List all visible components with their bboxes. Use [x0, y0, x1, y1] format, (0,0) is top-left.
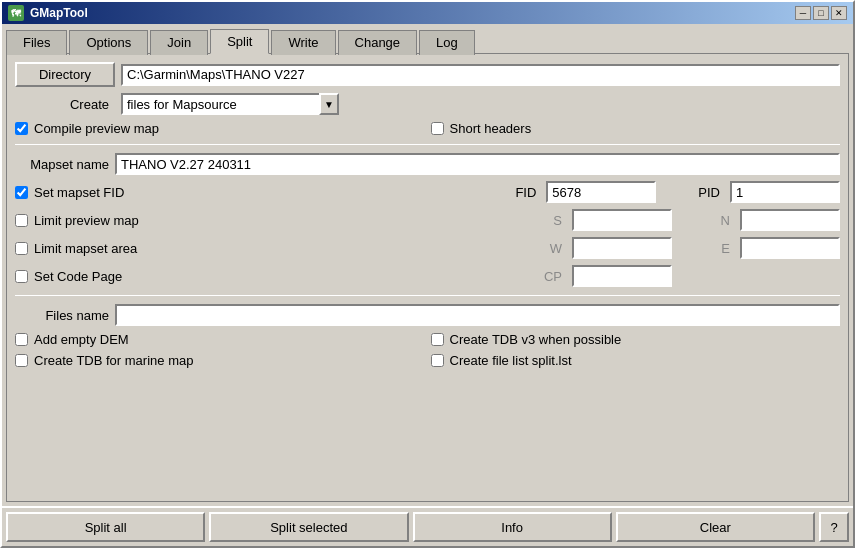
tab-change[interactable]: Change	[338, 30, 418, 55]
files-name-label: Files name	[15, 308, 115, 323]
divider-1	[15, 144, 840, 145]
e-label: E	[714, 241, 734, 256]
e-input[interactable]	[740, 237, 840, 259]
short-headers-checkbox[interactable]	[431, 122, 444, 135]
directory-path-input[interactable]	[121, 64, 840, 86]
tab-join[interactable]: Join	[150, 30, 208, 55]
directory-button[interactable]: Directory	[15, 62, 115, 87]
titlebar: 🗺 GMapTool ─ □ ✕	[2, 2, 853, 24]
mapset-name-label: Mapset name	[15, 157, 115, 172]
create-tdb-marine-label: Create TDB for marine map	[34, 353, 193, 368]
create-tdb-v3-checkbox[interactable]	[431, 333, 444, 346]
limit-preview-row: Limit preview map	[15, 213, 139, 228]
set-mapset-fid-checkbox[interactable]	[15, 186, 28, 199]
split-selected-button[interactable]: Split selected	[209, 512, 408, 542]
tab-files[interactable]: Files	[6, 30, 67, 55]
split-all-button[interactable]: Split all	[6, 512, 205, 542]
fid-pid-row: Set mapset FID FID PID	[15, 181, 840, 203]
fid-input[interactable]	[546, 181, 656, 203]
w-label: W	[546, 241, 566, 256]
content-area: Directory Create files for Mapsourcesing…	[6, 53, 849, 502]
s-label: S	[546, 213, 566, 228]
sn-row: Limit preview map S N	[15, 209, 840, 231]
bottom-checkboxes-row2: Create TDB for marine map Create file li…	[15, 353, 840, 368]
minimize-button[interactable]: ─	[795, 6, 811, 20]
files-name-input[interactable]	[115, 304, 840, 326]
close-button[interactable]: ✕	[831, 6, 847, 20]
create-file-list-label: Create file list split.lst	[450, 353, 572, 368]
n-label: N	[714, 213, 734, 228]
w-input[interactable]	[572, 237, 672, 259]
compile-preview-checkbox[interactable]	[15, 122, 28, 135]
directory-row: Directory	[15, 62, 840, 87]
cp-row: Set Code Page CP	[15, 265, 840, 287]
mapset-name-input[interactable]	[115, 153, 840, 175]
set-code-page-checkbox[interactable]	[15, 270, 28, 283]
question-button[interactable]: ?	[819, 512, 849, 542]
create-tdb-v3-label: Create TDB v3 when possible	[450, 332, 622, 347]
tab-split[interactable]: Split	[210, 29, 269, 54]
limit-mapset-label: Limit mapset area	[34, 241, 137, 256]
pid-input[interactable]	[730, 181, 840, 203]
add-empty-dem-row: Add empty DEM	[15, 332, 425, 347]
create-select[interactable]: files for Mapsourcesingle filemultiple f…	[121, 93, 321, 115]
files-name-row: Files name	[15, 304, 840, 326]
tab-log[interactable]: Log	[419, 30, 475, 55]
limit-preview-label: Limit preview map	[34, 213, 139, 228]
create-tdb-marine-row: Create TDB for marine map	[15, 353, 425, 368]
create-row: Create files for Mapsourcesingle filemul…	[15, 93, 840, 115]
divider-2	[15, 295, 840, 296]
create-select-wrap: files for Mapsourcesingle filemultiple f…	[121, 93, 339, 115]
main-window: 🗺 GMapTool ─ □ ✕ Files Options Join Spli…	[0, 0, 855, 548]
limit-mapset-row: Limit mapset area	[15, 241, 137, 256]
create-file-list-checkbox[interactable]	[431, 354, 444, 367]
short-headers-label: Short headers	[450, 121, 532, 136]
app-icon: 🗺	[8, 5, 24, 21]
compile-preview-label: Compile preview map	[34, 121, 159, 136]
clear-button[interactable]: Clear	[616, 512, 815, 542]
n-input[interactable]	[740, 209, 840, 231]
create-tdb-marine-checkbox[interactable]	[15, 354, 28, 367]
limit-preview-checkbox[interactable]	[15, 214, 28, 227]
create-file-list-row: Create file list split.lst	[431, 353, 841, 368]
tab-options[interactable]: Options	[69, 30, 148, 55]
set-code-page-row: Set Code Page	[15, 269, 122, 284]
create-label: Create	[15, 97, 115, 112]
titlebar-title: 🗺 GMapTool	[8, 5, 88, 21]
limit-mapset-checkbox[interactable]	[15, 242, 28, 255]
create-select-arrow[interactable]: ▼	[319, 93, 339, 115]
compile-row: Compile preview map Short headers	[15, 121, 840, 136]
short-headers-checkbox-row: Short headers	[431, 121, 841, 136]
tabs-bar: Files Options Join Split Write Change Lo…	[2, 24, 853, 53]
add-empty-dem-label: Add empty DEM	[34, 332, 129, 347]
set-mapset-fid-label: Set mapset FID	[34, 185, 124, 200]
info-button[interactable]: Info	[413, 512, 612, 542]
pid-label: PID	[698, 185, 724, 200]
maximize-button[interactable]: □	[813, 6, 829, 20]
set-code-page-label: Set Code Page	[34, 269, 122, 284]
set-mapset-fid-row: Set mapset FID	[15, 185, 124, 200]
app-title: GMapTool	[30, 6, 88, 20]
we-row: Limit mapset area W E	[15, 237, 840, 259]
titlebar-controls: ─ □ ✕	[795, 6, 847, 20]
mapset-row: Mapset name	[15, 153, 840, 175]
add-empty-dem-checkbox[interactable]	[15, 333, 28, 346]
compile-checkbox-row: Compile preview map	[15, 121, 425, 136]
s-input[interactable]	[572, 209, 672, 231]
fid-label: FID	[515, 185, 540, 200]
cp-input[interactable]	[572, 265, 672, 287]
tab-write[interactable]: Write	[271, 30, 335, 55]
cp-label: CP	[544, 269, 566, 284]
bottom-checkboxes-row1: Add empty DEM Create TDB v3 when possibl…	[15, 332, 840, 347]
bottom-bar: Split all Split selected Info Clear ?	[2, 506, 853, 546]
create-tdb-v3-row: Create TDB v3 when possible	[431, 332, 841, 347]
